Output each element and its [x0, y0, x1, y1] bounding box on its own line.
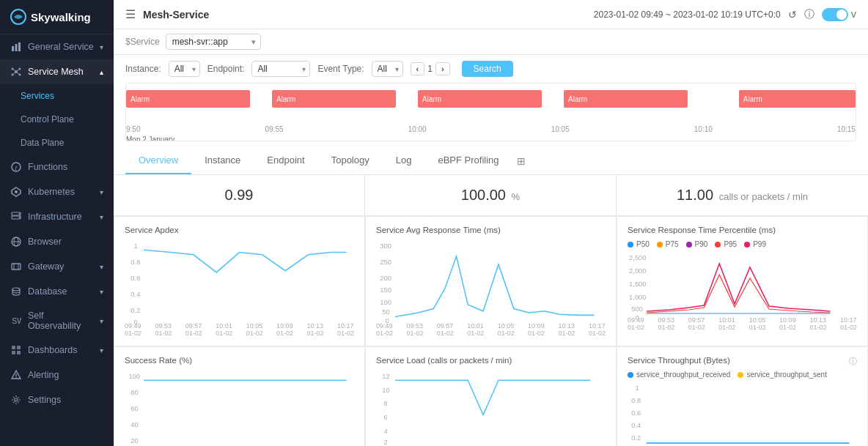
svg-text:1: 1: [635, 384, 639, 392]
stat-load: 11.00 calls or packets / min: [617, 175, 868, 215]
alarm-5: Alarm: [739, 90, 856, 108]
chevron-down-icon-gw: ▾: [100, 263, 103, 271]
service-select-wrap: mesh-svr::app: [166, 34, 261, 50]
sidebar-item-general-service[interactable]: General Service ▾: [0, 34, 114, 59]
sidebar-item-browser[interactable]: Browser: [0, 229, 114, 254]
time-6: 10:15: [837, 125, 856, 133]
func-icon: ƒ: [10, 161, 22, 173]
svg-line-11: [12, 72, 16, 75]
svg-rect-30: [17, 346, 21, 349]
svg-text:0.8: 0.8: [631, 397, 641, 404]
svg-point-34: [15, 377, 17, 379]
sidebar-item-gateway[interactable]: Gateway ▾: [0, 254, 114, 279]
tab-endpoint[interactable]: Endpoint: [254, 147, 317, 174]
stat-success-unit: %: [512, 191, 521, 202]
legend-p75-label: P75: [666, 240, 679, 248]
timeline-area: Instance: All Endpoint: All Event Type: …: [114, 55, 868, 147]
tab-overview[interactable]: Overview: [125, 147, 191, 174]
profiling-icon[interactable]: ⊞: [512, 148, 530, 174]
legend-p75-dot: [657, 242, 663, 248]
sidebar: Skywalking General Service ▾ Service Mes…: [0, 0, 114, 446]
stats-row: 0.99 100.00 % 11.00 calls or packets / m…: [114, 175, 868, 216]
sidebar-item-general-service-label: General Service: [28, 42, 94, 52]
stat-success: 100.00 %: [365, 175, 617, 215]
k8s-icon: [10, 186, 22, 198]
svg-text:250: 250: [380, 258, 391, 266]
chart-service-throughput-area: 1 0.8 0.6 0.4 0.2 0: [628, 383, 857, 445]
alert-icon: [10, 369, 22, 381]
svg-text:0: 0: [635, 314, 639, 322]
next-page-btn[interactable]: ›: [435, 62, 450, 75]
service-select[interactable]: mesh-svr::app: [166, 34, 261, 50]
menu-icon[interactable]: ☰: [125, 7, 136, 21]
svg-text:0.2: 0.2: [631, 434, 641, 442]
throughput-svg: 1 0.8 0.6 0.4 0.2 0: [628, 383, 857, 445]
prev-page-btn[interactable]: ‹: [411, 62, 425, 75]
sidebar-item-functions[interactable]: ƒ Functions: [0, 155, 114, 179]
refresh-icon[interactable]: ↺: [788, 9, 797, 21]
service-bar: $Service mesh-svr::app: [114, 29, 868, 55]
legend-p90-dot: [686, 242, 692, 248]
sidebar-item-kubernetes[interactable]: Kubernetes ▾: [0, 179, 114, 204]
svg-text:1: 1: [134, 242, 138, 250]
event-type-select[interactable]: All: [372, 61, 403, 77]
sidebar-item-infrastructure[interactable]: Infrastructure ▾: [0, 204, 114, 229]
sidebar-item-services-label: Services: [21, 91, 54, 101]
timeline-times: 9:50 09:55 10:00 10:05 10:10 10:15: [126, 124, 856, 135]
tab-ebpf[interactable]: eBPF Profiling: [424, 147, 512, 174]
tab-instance[interactable]: Instance: [191, 147, 254, 174]
logo-icon: [10, 9, 26, 25]
alarm-3-label: Alarm: [422, 95, 441, 103]
tab-log[interactable]: Log: [383, 147, 425, 174]
apdex-xaxis: 09:4901-0209:5301-0209:5701-0210:0101-02…: [125, 322, 354, 337]
instance-select[interactable]: All: [169, 61, 200, 77]
svg-text:0: 0: [386, 316, 389, 324]
time-3: 10:00: [408, 125, 427, 133]
chart-service-apdex-area: 1 0.8 0.6 0.4 0.2 0: [125, 240, 354, 321]
sidebar-item-service-mesh[interactable]: Service Mesh ▴: [0, 59, 114, 84]
svg-text:4: 4: [383, 427, 388, 435]
sidebar-item-self-observability[interactable]: SW Self Observability ▾: [0, 304, 114, 338]
svg-point-19: [19, 213, 21, 215]
svg-rect-24: [12, 264, 21, 270]
event-type-label: Event Type:: [317, 64, 364, 74]
svg-rect-32: [17, 351, 21, 354]
toggle-label: V: [851, 10, 856, 19]
legend-sent: service_throughput_sent: [738, 371, 827, 379]
alarm-1-label: Alarm: [130, 95, 150, 103]
chart-service-apdex-title: Service Apdex: [125, 226, 354, 234]
info-icon[interactable]: ⓘ: [804, 8, 814, 21]
sidebar-item-control-plane[interactable]: Control Plane: [0, 108, 114, 131]
time-2: 09:55: [265, 125, 284, 133]
stat-load-value: 11.00: [677, 187, 713, 203]
alarm-1: Alarm: [126, 90, 250, 108]
stat-apdex: 0.99: [114, 175, 365, 215]
sidebar-item-data-plane[interactable]: Data Plane: [0, 131, 114, 155]
svg-text:0.6: 0.6: [631, 409, 641, 417]
logo-text: Skywalking: [31, 11, 91, 23]
sidebar-item-alerting[interactable]: Alerting: [0, 363, 114, 387]
sidebar-item-kubernetes-label: Kubernetes: [28, 187, 75, 197]
svg-text:50: 50: [382, 308, 389, 316]
sidebar-item-services[interactable]: Services: [0, 84, 114, 108]
toggle-switch[interactable]: [822, 8, 848, 21]
sidebar-item-database[interactable]: Database ▾: [0, 279, 114, 304]
time-1: 9:50: [126, 125, 140, 133]
svg-line-12: [16, 72, 20, 75]
svg-text:0: 0: [134, 318, 138, 326]
throughput-legend: service_throughput_received service_thro…: [628, 371, 857, 379]
toggle-wrap: V: [822, 8, 856, 21]
tab-topology[interactable]: Topology: [318, 147, 383, 174]
throughput-info-icon[interactable]: ⓘ: [849, 356, 857, 367]
obs-icon: SW: [10, 315, 22, 327]
svg-line-10: [16, 69, 20, 72]
legend-p50-label: P50: [636, 240, 650, 248]
sidebar-item-dashboards[interactable]: Dashboards ▾: [0, 338, 114, 363]
search-button[interactable]: Search: [462, 61, 513, 77]
svg-text:40: 40: [130, 420, 138, 428]
sidebar-item-settings[interactable]: Settings: [0, 387, 114, 412]
svg-text:1,000: 1,000: [629, 294, 646, 301]
endpoint-select[interactable]: All: [251, 61, 310, 77]
instance-label: Instance:: [125, 64, 161, 74]
alarm-2: Alarm: [272, 90, 396, 108]
